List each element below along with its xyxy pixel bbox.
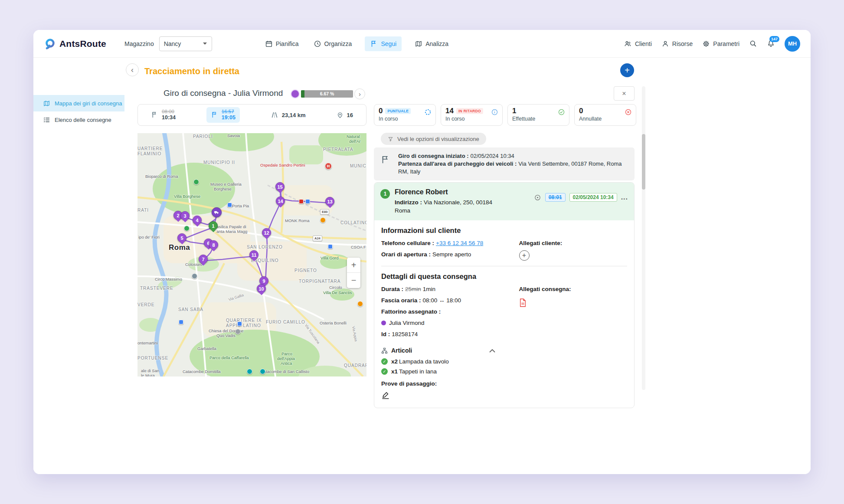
info-icon[interactable]	[491, 108, 498, 116]
metro-poi-icon	[247, 369, 252, 374]
courier-color-dot	[381, 321, 386, 325]
app-window: AntsRoute Magazzino Nancy Pianifica Orga…	[33, 30, 811, 474]
next-route-button[interactable]: ›	[354, 88, 365, 99]
sidebar-item-elenco-consegne[interactable]: Elenco delle consegne	[33, 111, 124, 128]
map-marker-14[interactable]: 14	[276, 196, 285, 206]
map-label: anta Maria Magg	[216, 229, 247, 234]
proof-label: Prove di passaggio:	[381, 380, 627, 387]
start-flag-icon	[151, 111, 158, 118]
more-options-button[interactable]: ...	[621, 195, 628, 200]
hours-line: Orari di apertura :Sempre aperto	[381, 250, 519, 259]
stat-card-puntuale: 0 PUNTUALE In corso	[374, 104, 436, 126]
delivery-map[interactable]: + − PARIOLISavoiaNaturaldell'ArUARTIEREF…	[137, 133, 366, 376]
search-icon	[749, 39, 757, 48]
map-zoom-control: + −	[347, 258, 360, 288]
stop-number-badge: 1	[380, 189, 390, 199]
nav-label: Clienti	[635, 40, 652, 47]
map-marker-12[interactable]: 12	[262, 228, 271, 237]
add-button[interactable]: +	[620, 63, 634, 77]
articles-title: Articoli	[391, 347, 412, 354]
nav-pianifica[interactable]: Pianifica	[263, 36, 301, 51]
pdf-file-icon[interactable]	[519, 298, 527, 307]
page-title: Tracciamento in diretta	[144, 66, 239, 76]
truck-icon	[214, 209, 219, 215]
map-label: Quo Vadis	[216, 333, 236, 338]
map-marker-11[interactable]: 11	[249, 250, 258, 259]
planned-time-badge[interactable]: 08:01	[545, 193, 566, 202]
food-poi-icon	[357, 301, 363, 307]
view-options-button[interactable]: Vedi le opzioni di visualizzazione	[381, 133, 486, 145]
nav-risorse[interactable]: Risorse	[661, 38, 693, 49]
nav-clienti[interactable]: Clienti	[624, 38, 652, 49]
route-end-times: 16:57 19:05	[206, 107, 240, 123]
map-marker-5[interactable]: 5	[177, 233, 186, 242]
delivery-header[interactable]: 1 Florence Robert Indirizzo :Via Naziona…	[374, 183, 634, 220]
warehouse-label: Magazzino	[124, 40, 154, 47]
nav-segui[interactable]: Segui	[365, 36, 402, 51]
road-shield: A24	[313, 236, 322, 241]
map-label: PARIOLI	[193, 134, 213, 139]
map-marker-3[interactable]: 3	[180, 211, 190, 220]
duration-line: Durata :25min1min	[381, 285, 519, 293]
target-icon[interactable]	[534, 194, 541, 201]
map-label: CSOA F	[351, 245, 366, 249]
zoom-out-button[interactable]: −	[347, 273, 360, 288]
map-label: PORTUENSE	[137, 356, 168, 360]
signature-icon[interactable]	[381, 391, 390, 400]
nav-organizza[interactable]: Organizza	[312, 36, 354, 51]
sidebar-item-mappa-giri[interactable]: Mappa dei giri di consegna	[33, 95, 124, 111]
map-label: SAN LORENZO	[247, 245, 283, 249]
brand[interactable]: AntsRoute	[44, 38, 106, 50]
sidebar-item-label: Mappa dei giri di consegna	[55, 100, 122, 107]
close-panel-button[interactable]: ×	[614, 86, 635, 101]
warehouse-select[interactable]: Nancy	[159, 36, 212, 51]
search-button[interactable]	[749, 39, 757, 48]
route-distance-value: 23,14 km	[282, 112, 306, 118]
trip-info-box: Giro di consegna iniziato :02/05/2024 10…	[374, 147, 635, 180]
panel-scrollbar-thumb[interactable]	[642, 134, 645, 190]
stat-value: 0	[579, 107, 583, 115]
zoom-in-button[interactable]: +	[347, 258, 360, 273]
collapse-articles-button[interactable]	[489, 347, 495, 353]
map-marker-4[interactable]: 4	[193, 216, 202, 225]
nav-analizza[interactable]: Analizza	[413, 36, 450, 51]
route-distance: 23,14 km	[271, 111, 306, 119]
map-label: PIGNETO	[294, 268, 317, 273]
article-row: ✓ x1Tappeti in lana	[381, 368, 627, 375]
chevron-down-icon	[203, 42, 207, 45]
map-marker-7[interactable]: 7	[199, 255, 208, 264]
route-progress-bar: 6.67 %	[301, 90, 353, 98]
trip-start-line: Giro di consegna iniziato :02/05/2024 10…	[398, 152, 628, 160]
map-label: QUARTIERE IX	[226, 318, 262, 323]
nav-parametri[interactable]: Parametri	[702, 38, 739, 49]
map-label: UARTIERE	[137, 146, 163, 151]
map-label: MUNICIPIO II	[203, 160, 235, 165]
vehicle-marker[interactable]	[212, 207, 222, 217]
panel-scrollbar-track[interactable]	[642, 86, 645, 390]
map-label: Villa Borghese	[174, 194, 200, 199]
map-marker-13[interactable]: 13	[325, 197, 334, 206]
stat-label: Effettuate	[512, 116, 565, 122]
map-marker-15[interactable]: 15	[275, 182, 285, 191]
time-window-label: Fascia oraria :	[381, 297, 421, 304]
map-label: FURIO CAMILLO	[266, 320, 305, 324]
trip-start-value: 02/05/2024 10:34	[471, 153, 514, 159]
stat-value: 14	[445, 107, 454, 115]
back-button[interactable]: ‹	[126, 63, 139, 76]
main-content: ‹ Tracciamento in diretta + Giro di cons…	[124, 58, 811, 474]
stat-value: 1	[512, 107, 516, 115]
avatar[interactable]: MH	[785, 36, 800, 52]
items-hierarchy-icon	[381, 347, 388, 354]
nav-label: Segui	[381, 40, 396, 47]
add-attachment-button[interactable]: +	[519, 250, 530, 261]
phone-link[interactable]: +33 6 12 34 56 78	[436, 240, 483, 246]
notifications-button[interactable]: 147	[767, 39, 775, 48]
trip-start-label: Giro di consegna iniziato :	[398, 153, 469, 159]
map-marker-10[interactable]: 10	[257, 284, 266, 293]
map-label: COLLATINO	[340, 220, 366, 225]
map-marker-8[interactable]: 8	[209, 240, 218, 249]
transit-poi-icon	[179, 320, 183, 324]
map-marker-1[interactable]: 1	[209, 221, 218, 230]
notification-count-badge: 147	[769, 36, 779, 42]
map-label: ale di San	[141, 368, 159, 373]
